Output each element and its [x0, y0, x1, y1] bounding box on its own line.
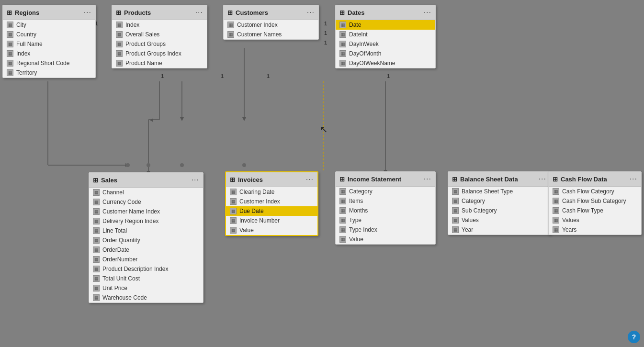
list-item[interactable]: ▦ Due Date	[226, 206, 317, 216]
list-item[interactable]: ▦ Warehouse Code	[89, 293, 203, 302]
field-icon: ▦	[116, 31, 123, 38]
list-item[interactable]: ▦ Product Groups Index	[112, 49, 207, 58]
table-products[interactable]: ⊞ Products ··· ▦ Index ▦ Overall Sales ▦…	[112, 5, 207, 68]
table-regions[interactable]: ⊞ Regions ··· ▦ City ▦ Country ▦ Full Na…	[2, 5, 96, 78]
field-icon: ▦	[93, 256, 100, 263]
list-item[interactable]: ▦ Cash Flow Sub Category	[549, 196, 641, 206]
field-label: Values	[462, 217, 479, 224]
field-icon: ▦	[339, 198, 346, 204]
table-dates[interactable]: ⊞ Dates ··· ▦ Date ▦ DateInt ▦ DayInWeek…	[335, 5, 436, 68]
field-label: Product Groups	[125, 41, 166, 47]
list-item[interactable]: ▦ City	[3, 20, 95, 30]
field-icon: ▦	[227, 22, 234, 28]
field-label: Line Total	[102, 227, 127, 234]
list-item[interactable]: ▦ DateInt	[336, 30, 435, 39]
list-item[interactable]: ▦ Overall Sales	[112, 30, 207, 39]
list-item[interactable]: ▦ Regional Short Code	[3, 58, 95, 68]
table-cashflow-menu[interactable]: ···	[630, 175, 637, 183]
list-item[interactable]: ▦ Type Index	[336, 225, 435, 235]
svg-text:1: 1	[387, 73, 390, 79]
table-customers-menu[interactable]: ···	[307, 8, 315, 17]
list-item[interactable]: ▦ Index	[3, 49, 95, 58]
table-invoices[interactable]: ⊞ Invoices ··· ▦ Clearing Date ▦ Custome…	[225, 171, 318, 236]
field-label: Product Groups Index	[125, 50, 181, 57]
list-item[interactable]: ▦ Values	[448, 215, 550, 225]
field-icon: ▦	[93, 189, 100, 196]
field-icon: ▦	[452, 207, 459, 214]
list-item[interactable]: ▦ OrderNumber	[89, 255, 203, 264]
svg-marker-2	[125, 163, 129, 167]
list-item[interactable]: ▦ Items	[336, 196, 435, 206]
field-icon: ▦	[339, 50, 346, 57]
table-products-menu[interactable]: ···	[195, 8, 203, 17]
table-sales-menu[interactable]: ···	[192, 176, 199, 184]
list-item[interactable]: ▦ Customer Index	[226, 197, 317, 206]
field-label: Items	[349, 198, 363, 204]
field-label: DayOfMonth	[349, 50, 381, 57]
table-dates-menu[interactable]: ···	[424, 8, 431, 17]
list-item[interactable]: ▦ Balance Sheet Type	[448, 187, 550, 196]
list-item[interactable]: ▦ Type	[336, 215, 435, 225]
list-item[interactable]: ▦ Value	[226, 225, 317, 235]
list-item[interactable]: ▦ Index	[112, 20, 207, 30]
field-icon: ▦	[339, 236, 346, 243]
list-item[interactable]: ▦ Year	[448, 225, 550, 235]
list-item[interactable]: ▦ DayInWeek	[336, 39, 435, 49]
table-invoices-title: Invoices	[238, 176, 263, 183]
table-cash-flow[interactable]: ⊞ Cash Flow Data ··· ▦ Cash Flow Categor…	[548, 171, 642, 235]
table-invoices-menu[interactable]: ···	[306, 175, 314, 184]
list-item[interactable]: ▦ DayOfMonth	[336, 49, 435, 58]
list-item[interactable]: ▦ Months	[336, 206, 435, 215]
table-income-statement[interactable]: ⊞ Income Statement ··· ▦ Category ▦ Item…	[335, 171, 436, 245]
field-icon: ▦	[230, 217, 237, 224]
list-item[interactable]: ▦ OrderDate	[89, 245, 203, 255]
field-icon: ▦	[93, 285, 100, 291]
field-label: OrderDate	[102, 246, 129, 253]
table-balance-menu[interactable]: ···	[539, 175, 546, 183]
list-item[interactable]: ▦ Value	[336, 235, 435, 244]
list-item[interactable]: ▦ Product Name	[112, 58, 207, 68]
table-customers[interactable]: ⊞ Customers ··· ▦ Customer Index ▦ Custo…	[223, 5, 319, 40]
table-regions-menu[interactable]: ···	[84, 8, 91, 17]
list-item[interactable]: ▦ Date	[336, 20, 435, 30]
list-item[interactable]: ▦ Line Total	[89, 226, 203, 235]
field-label: Type	[349, 217, 362, 224]
table-balance-sheet[interactable]: ⊞ Balance Sheet Data ··· ▦ Balance Sheet…	[448, 171, 551, 235]
table-dates-title: Dates	[348, 9, 364, 16]
list-item[interactable]: ▦ Delivery Region Index	[89, 216, 203, 226]
list-item[interactable]: ▦ Clearing Date	[226, 187, 317, 197]
list-item[interactable]: ▦ Product Groups	[112, 39, 207, 49]
list-item[interactable]: ▦ Unit Price	[89, 283, 203, 293]
list-item[interactable]: ▦ DayOfWeekName	[336, 58, 435, 68]
list-item[interactable]: ▦ Territory	[3, 68, 95, 78]
field-label: Invoice Number	[239, 217, 280, 224]
list-item[interactable]: ▦ Category	[448, 196, 550, 206]
list-item[interactable]: ▦ Category	[336, 187, 435, 196]
list-item[interactable]: ▦ Order Quantity	[89, 235, 203, 245]
field-icon: ▦	[230, 189, 237, 195]
table-sales[interactable]: ⊞ Sales ··· ▦ Channel ▦ Currency Code ▦ …	[89, 172, 203, 303]
list-item[interactable]: ▦ Customer Name Index	[89, 207, 203, 216]
list-item[interactable]: ▦ Currency Code	[89, 197, 203, 207]
list-item[interactable]: ▦ Customer Index	[224, 20, 318, 30]
field-icon: ▦	[553, 198, 559, 204]
list-item[interactable]: ▦ Customer Names	[224, 30, 318, 39]
list-item[interactable]: ▦ Years	[549, 225, 641, 235]
list-item[interactable]: ▦ Full Name	[3, 39, 95, 49]
list-item[interactable]: ▦ Cash Flow Type	[549, 206, 641, 215]
field-label: Cash Flow Category	[562, 188, 614, 195]
list-item[interactable]: ▦ Channel	[89, 188, 203, 197]
list-item[interactable]: ▦ Sub Category	[448, 206, 550, 215]
field-icon: ▦	[7, 60, 13, 67]
field-label: DayInWeek	[349, 41, 379, 47]
help-button[interactable]: ?	[628, 331, 640, 343]
list-item[interactable]: ▦ Cash Flow Category	[549, 187, 641, 196]
list-item[interactable]: ▦ Product Description Index	[89, 264, 203, 274]
list-item[interactable]: ▦ Country	[3, 30, 95, 39]
list-item[interactable]: ▦ Invoice Number	[226, 216, 317, 225]
field-label: Cash Flow Type	[562, 207, 603, 214]
list-item[interactable]: ▦ Total Unit Cost	[89, 274, 203, 283]
list-item[interactable]: ▦ Values	[549, 215, 641, 225]
table-income-menu[interactable]: ···	[424, 175, 431, 183]
table-balance-icon: ⊞	[452, 176, 457, 183]
